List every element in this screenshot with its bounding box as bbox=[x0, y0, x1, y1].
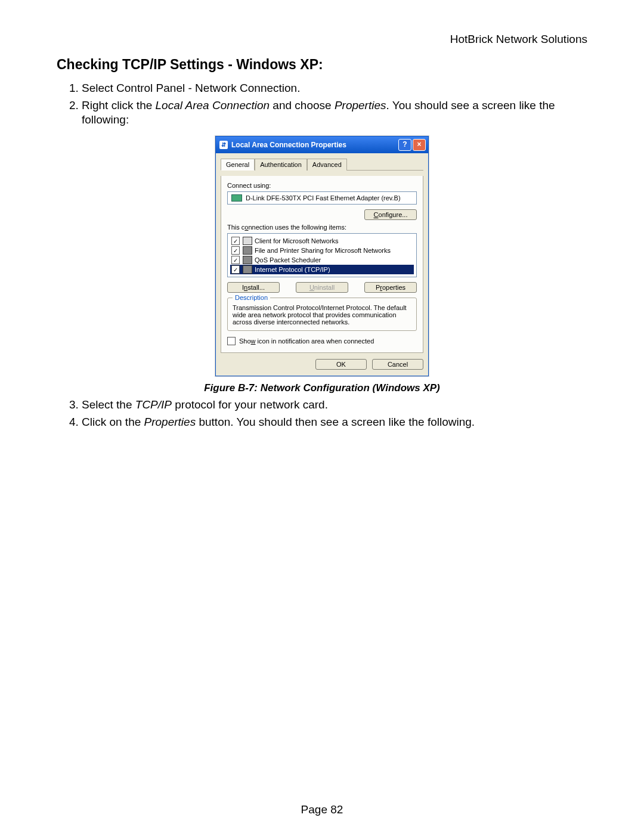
checkbox-icon[interactable] bbox=[227, 337, 236, 345]
item-label: File and Printer Sharing for Microsoft N… bbox=[255, 247, 391, 254]
checkbox-icon[interactable]: ✓ bbox=[231, 246, 240, 255]
step-4-pre: Click on the bbox=[82, 416, 144, 428]
install-button[interactable]: Install... bbox=[227, 282, 280, 293]
show-icon-u: w bbox=[251, 337, 256, 345]
adapter-name: D-Link DFE-530TX PCI Fast Ethernet Adapt… bbox=[246, 194, 401, 202]
tab-authentication[interactable]: Authentication bbox=[255, 159, 307, 171]
items-label-post: nnection uses the following items: bbox=[248, 224, 346, 231]
service-icon bbox=[243, 256, 252, 264]
properties-button[interactable]: Properties bbox=[364, 282, 417, 293]
nic-icon bbox=[231, 194, 242, 202]
tabs: General Authentication Advanced bbox=[221, 158, 423, 171]
show-icon-post: icon in notification area when connected bbox=[256, 337, 374, 345]
properties-post: operties bbox=[382, 284, 405, 291]
connect-using-label: Connect using: bbox=[227, 182, 417, 189]
help-button[interactable]: ? bbox=[398, 139, 411, 151]
items-label: This connection uses the following items… bbox=[227, 224, 417, 231]
show-icon-row[interactable]: Show icon in notification area when conn… bbox=[227, 337, 417, 345]
list-item[interactable]: ✓ File and Printer Sharing for Microsoft… bbox=[230, 246, 414, 255]
show-icon-pre: Sho bbox=[239, 337, 251, 345]
configure-button[interactable]: Configure... bbox=[364, 209, 417, 220]
properties-dialog: ⇵ Local Area Connection Properties ? × G… bbox=[215, 136, 429, 376]
items-label-pre: This c bbox=[227, 224, 244, 231]
list-item[interactable]: ✓ QoS Packet Scheduler bbox=[230, 255, 414, 265]
service-icon bbox=[243, 246, 252, 255]
uninstall-button: Uninstall bbox=[296, 282, 348, 293]
uninstall-u: U bbox=[309, 284, 314, 291]
steps-bottom: Select the TCP/IP protocol for your netw… bbox=[57, 398, 587, 429]
dialog-title: Local Area Connection Properties bbox=[231, 141, 346, 149]
step-2: Right click the Local Area Connection an… bbox=[82, 98, 587, 128]
install-post: stall... bbox=[247, 284, 265, 291]
item-label: QoS Packet Scheduler bbox=[255, 256, 321, 264]
items-listbox[interactable]: ✓ Client for Microsoft Networks ✓ File a… bbox=[227, 233, 417, 277]
page-title: Checking TCP/IP Settings - Windows XP: bbox=[57, 57, 587, 73]
adapter-field: D-Link DFE-530TX PCI Fast Ethernet Adapt… bbox=[227, 191, 417, 205]
configure-rest: onfigure... bbox=[379, 211, 408, 218]
step-2-i2: Properties bbox=[335, 99, 386, 112]
page-number: Page 82 bbox=[0, 803, 644, 816]
steps-top: Select Control Panel - Network Connectio… bbox=[57, 81, 587, 128]
step-3-i1: TCP/IP bbox=[135, 398, 172, 411]
client-icon bbox=[243, 237, 252, 245]
step-1-text: Select Control Panel - Network Connectio… bbox=[82, 82, 300, 94]
checkbox-icon[interactable]: ✓ bbox=[231, 256, 240, 264]
checkbox-icon[interactable]: ✓ bbox=[231, 265, 240, 274]
step-3-pre: Select the bbox=[82, 398, 135, 411]
step-4-i1: Properties bbox=[144, 416, 196, 428]
step-2-i1: Local Area Connection bbox=[156, 99, 270, 112]
tab-advanced[interactable]: Advanced bbox=[307, 159, 347, 171]
cancel-button[interactable]: Cancel bbox=[372, 359, 423, 370]
step-2-pre: Right click the bbox=[82, 99, 156, 112]
dialog-footer: OK Cancel bbox=[221, 353, 423, 370]
item-label: Internet Protocol (TCP/IP) bbox=[255, 266, 330, 273]
tab-panel-general: Connect using: D-Link DFE-530TX PCI Fast… bbox=[221, 176, 423, 353]
description-group: Description Transmission Control Protoco… bbox=[227, 298, 417, 331]
titlebar: ⇵ Local Area Connection Properties ? × bbox=[216, 137, 428, 153]
step-3-post: protocol for your network card. bbox=[172, 398, 328, 411]
protocol-icon bbox=[243, 265, 252, 274]
connection-icon: ⇵ bbox=[219, 141, 228, 149]
description-title: Description bbox=[233, 294, 270, 301]
tab-general[interactable]: General bbox=[221, 159, 255, 171]
step-4: Click on the Properties button. You shou… bbox=[82, 415, 587, 430]
uninstall-post: ninstall bbox=[314, 284, 335, 291]
close-button[interactable]: × bbox=[413, 139, 426, 151]
list-item-selected[interactable]: ✓ Internet Protocol (TCP/IP) bbox=[230, 265, 414, 274]
show-icon-label: Show icon in notification area when conn… bbox=[239, 337, 374, 345]
header-company: HotBrick Network Solutions bbox=[57, 33, 587, 46]
configure-u: C bbox=[374, 211, 379, 218]
step-4-post: button. You should then see a screen lik… bbox=[196, 416, 475, 428]
checkbox-icon[interactable]: ✓ bbox=[231, 237, 240, 245]
item-label: Client for Microsoft Networks bbox=[255, 237, 339, 244]
list-item[interactable]: ✓ Client for Microsoft Networks bbox=[230, 236, 414, 246]
step-3: Select the TCP/IP protocol for your netw… bbox=[82, 398, 587, 413]
step-1: Select Control Panel - Network Connectio… bbox=[82, 81, 587, 96]
step-2-mid: and choose bbox=[270, 99, 335, 112]
figure-caption: Figure B-7: Network Configuration (Windo… bbox=[57, 382, 587, 394]
ok-button[interactable]: OK bbox=[315, 359, 367, 370]
description-text: Transmission Control Protocol/Internet P… bbox=[233, 304, 407, 326]
